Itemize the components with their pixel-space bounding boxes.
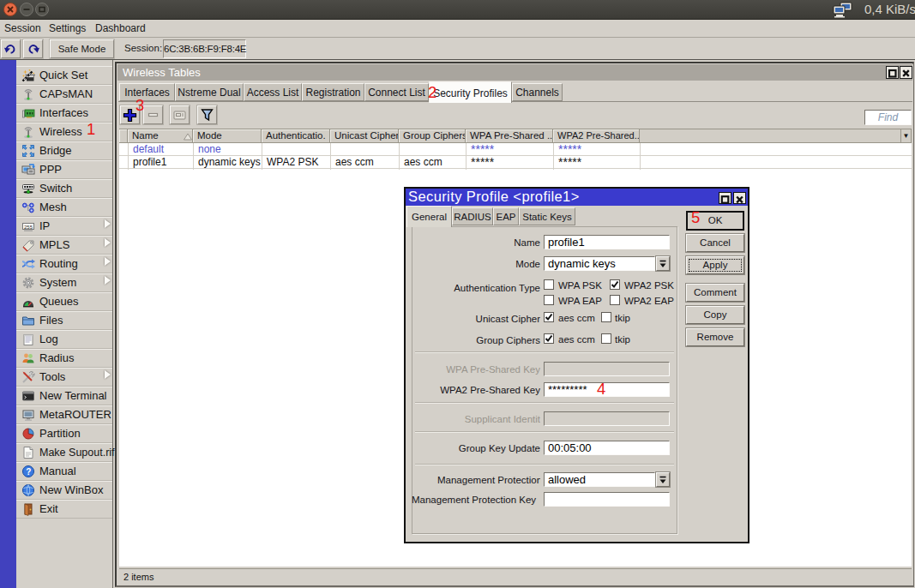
- svg-text:?: ?: [26, 467, 31, 477]
- svg-text:255: 255: [24, 225, 33, 230]
